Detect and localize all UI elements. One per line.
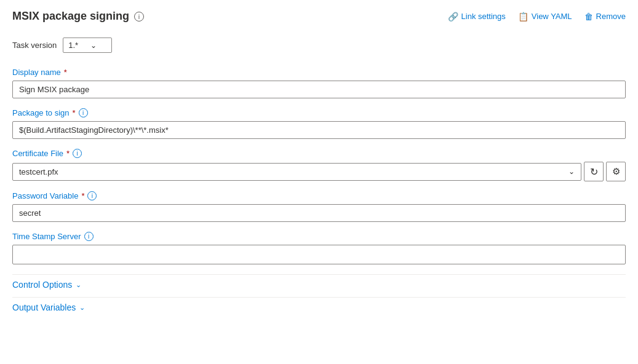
header-info-icon[interactable]: i — [134, 12, 144, 22]
header-left: MSIX package signing i — [12, 10, 144, 23]
password-variable-required: * — [81, 191, 84, 200]
package-to-sign-info-icon[interactable]: i — [79, 108, 88, 117]
cert-file-required: * — [66, 149, 70, 158]
refresh-icon: ↻ — [590, 166, 598, 178]
output-variables-toggle[interactable]: Output Variables ⌄ — [12, 297, 626, 317]
control-options-toggle[interactable]: Control Options ⌄ — [12, 274, 626, 295]
password-variable-input[interactable] — [12, 204, 626, 222]
page-title: MSIX package signing — [12, 10, 129, 23]
certificate-file-label: Certificate File * i — [12, 149, 626, 158]
link-icon: 🔗 — [448, 12, 458, 22]
task-version-select[interactable]: 1.* ⌄ — [63, 38, 112, 53]
cert-file-value: testcert.pfx — [19, 167, 568, 176]
header-actions: 🔗 Link settings 📋 View YAML 🗑 Remove — [448, 12, 626, 22]
display-name-required: * — [64, 68, 67, 77]
password-variable-label: Password Variable * i — [12, 191, 626, 200]
display-name-label: Display name * — [12, 68, 626, 77]
view-yaml-button[interactable]: 📋 View YAML — [518, 12, 572, 22]
task-version-label: Task version — [12, 41, 57, 50]
password-variable-info-icon[interactable]: i — [87, 191, 97, 200]
task-version-row: Task version 1.* ⌄ — [12, 38, 626, 53]
certificate-file-select[interactable]: testcert.pfx ⌄ — [12, 163, 581, 181]
cert-chevron-icon: ⌄ — [568, 167, 575, 176]
display-name-input[interactable] — [12, 81, 626, 98]
output-variables-chevron-icon: ⌄ — [79, 304, 85, 312]
time-stamp-server-input[interactable] — [12, 245, 626, 264]
control-options-chevron-icon: ⌄ — [76, 281, 81, 289]
link-settings-button[interactable]: 🔗 Link settings — [448, 12, 506, 22]
output-variables-section: Output Variables ⌄ — [12, 297, 626, 317]
gear-icon: ⚙ — [612, 166, 620, 177]
remove-button[interactable]: 🗑 Remove — [584, 12, 626, 22]
cert-refresh-button[interactable]: ↻ — [584, 162, 604, 181]
package-to-sign-input[interactable] — [12, 121, 626, 139]
cert-settings-button[interactable]: ⚙ — [606, 162, 626, 181]
package-to-sign-label: Package to sign * i — [12, 108, 626, 117]
time-stamp-server-section: Time Stamp Server i — [12, 232, 626, 264]
control-options-section: Control Options ⌄ — [12, 274, 626, 295]
package-to-sign-required: * — [73, 108, 76, 117]
version-chevron-icon: ⌄ — [90, 41, 97, 50]
timestamp-server-info-icon[interactable]: i — [84, 232, 94, 241]
package-to-sign-section: Package to sign * i — [12, 108, 626, 139]
display-name-section: Display name * — [12, 68, 626, 98]
certificate-file-row: testcert.pfx ⌄ ↻ ⚙ — [12, 162, 626, 181]
cert-file-info-icon[interactable]: i — [73, 149, 82, 158]
page-header: MSIX package signing i 🔗 Link settings 📋… — [12, 10, 626, 23]
yaml-icon: 📋 — [518, 12, 528, 22]
password-variable-section: Password Variable * i — [12, 191, 626, 222]
main-container: MSIX package signing i 🔗 Link settings 📋… — [0, 0, 638, 330]
time-stamp-server-label: Time Stamp Server i — [12, 232, 626, 241]
remove-icon: 🗑 — [584, 12, 593, 22]
certificate-file-section: Certificate File * i testcert.pfx ⌄ ↻ ⚙ — [12, 149, 626, 181]
